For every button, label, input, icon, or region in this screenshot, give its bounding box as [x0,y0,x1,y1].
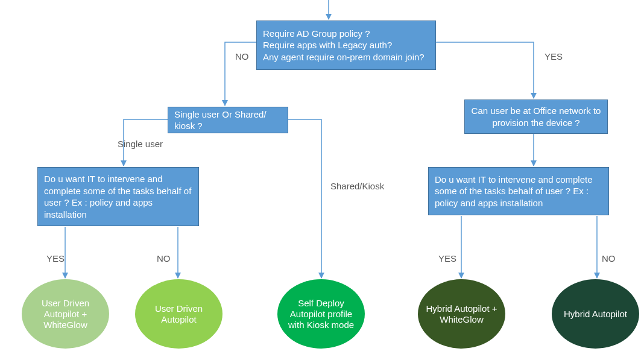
it-intervene-right-text: Do u want IT to intervene and complete s… [435,174,602,209]
label-no-right: NO [602,253,616,264]
single-shared-text: Single user Or Shared/ kiosk ? [174,109,282,132]
root-line1: Require AD Group policy ? [263,28,425,40]
root-line3: Any agent require on-prem domain join? [263,51,425,63]
outcome-user-driven-text: User Driven Autopilot [141,303,216,325]
decision-office-network: Can user be at Office network to provisi… [464,100,608,134]
decision-it-intervene-right: Do u want IT to intervene and complete s… [428,167,609,215]
label-shared-kiosk: Shared/Kiosk [330,181,384,191]
label-no-left: NO [157,253,171,264]
root-line2: Require apps with Legacy auth? [263,39,425,51]
decision-root: Require AD Group policy ? Require apps w… [256,21,436,70]
outcome-user-driven-whiteglow-text: User Driven Autopilot + WhiteGlow [28,298,103,330]
office-network-text: Can user be at Office network to provisi… [471,105,601,128]
outcome-user-driven-whiteglow: User Driven Autopilot + WhiteGlow [22,279,109,349]
label-single-user: Single user [118,139,163,149]
label-no-top: NO [235,51,249,62]
outcome-user-driven: User Driven Autopilot [135,279,223,349]
label-yes-right: YES [438,253,456,264]
outcome-hybrid-text: Hybrid Autopilot [564,309,627,320]
decision-single-shared: Single user Or Shared/ kiosk ? [168,107,288,133]
outcome-self-deploy: Self Deploy Autopilot profile with Kiosk… [277,279,365,349]
outcome-hybrid-whiteglow-text: Hybrid Autopilot + WhiteGlow [424,303,499,325]
label-yes-left: YES [46,253,65,264]
outcome-hybrid-whiteglow: Hybrid Autopilot + WhiteGlow [418,279,505,349]
outcome-hybrid: Hybrid Autopilot [552,279,639,349]
outcome-self-deploy-text: Self Deploy Autopilot profile with Kiosk… [283,298,359,330]
label-yes-top: YES [545,51,563,62]
it-intervene-left-text: Do u want IT to intervene and complete s… [44,173,192,220]
decision-it-intervene-left: Do u want IT to intervene and complete s… [37,167,199,226]
